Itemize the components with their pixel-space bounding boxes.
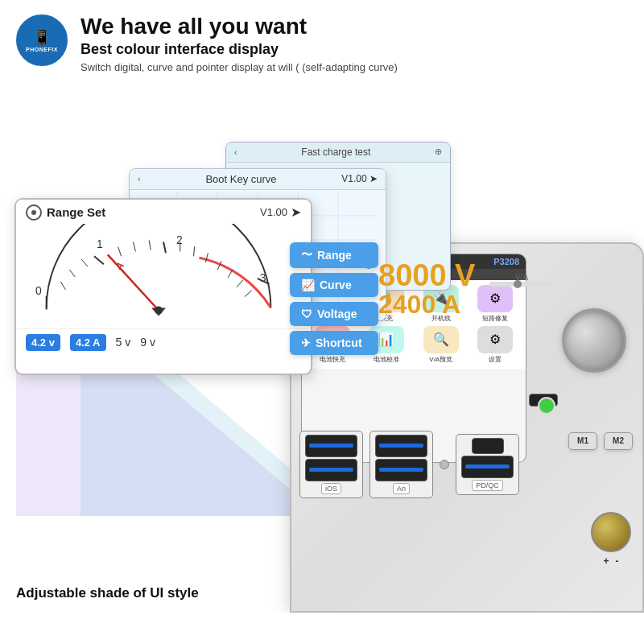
app-va: 🔍 V/A预览 [415,326,467,364]
description: Switch digital, curve and pointer displa… [80,61,628,73]
slider-area: V/A [489,273,554,287]
pdqc-port-box: PD/QC [456,434,519,495]
svg-text:1: 1 [97,237,103,250]
v2-value: 5 v [116,336,131,349]
app-batchcharge-label: 电池快充 [320,355,345,364]
an-port-box: An [369,431,433,498]
meter-bottom-values: 4.2 v 4.2 A 5 v 9 v [16,328,311,356]
slider-label: V/A [489,273,554,282]
device-model: P3208 [493,257,519,266]
usb-port-an-bot [375,459,427,481]
curve-share-icon: ➤ [369,173,378,184]
range-button[interactable]: 〜 Range [290,242,378,268]
curve-label: Curve [320,279,352,291]
current-badge: 4.2 A [70,334,106,351]
usb-port-ios-bot [305,459,357,481]
m1-button[interactable]: M1 [568,432,597,450]
minus-label: - [616,555,619,567]
voltage-label: Voltage [317,308,357,320]
gauge-svg: 0 1 2 3 [24,224,303,328]
ios-port-box: iOS [299,431,363,498]
curve-screen-version: V1.00 ➤ [341,173,378,184]
bottom-label: Adjustable shade of UI style [16,585,199,601]
curve-icon: 📈 [301,279,315,291]
an-label: An [393,483,410,494]
slider-track[interactable] [489,282,554,287]
shortcut-button[interactable]: ✈ Shortcut [290,331,378,355]
shortcut-icon: ✈ [301,336,311,349]
port-row-top: iOS An PD/QC [299,431,525,498]
curve-screen-header: ‹ Boot Key curve V1.00 ➤ [130,169,386,190]
usb-port-an-top [375,435,427,457]
small-dot-indicator [440,460,449,469]
app-short-label: 短路修复 [482,314,508,323]
terminal-area: + - [591,512,631,567]
curve-back-icon: ‹ [138,174,141,184]
app-va-icon: 🔍 [423,326,459,353]
buttons-panel: 〜 Range 📈 Curve 🛡 Voltage ✈ Shortcut [290,242,378,355]
terminal-plus [591,512,631,552]
header: 📱 PHONEFIX We have all you want Best col… [0,0,644,81]
app-settings-icon: ⚙ [477,326,513,353]
app-settings-label: 设置 [489,355,502,364]
target-icon [26,204,42,221]
meter-screen: Range Set V1.00 ➤ 0 1 2 3 [14,198,312,375]
fastcharge-header: ‹ Fast charge test ⊕ [226,142,450,163]
app-settings: ⚙ 设置 [470,326,522,364]
curve-screen-title: Boot Key curve [205,173,276,185]
shortcut-label: Shortcut [316,336,362,349]
voltage-badge: 4.2 v [26,334,60,351]
m-buttons: M1 M2 [568,432,633,450]
voltage-icon: 🛡 [301,308,312,320]
meter-title: Range Set [47,205,105,219]
v3-value: 9 v [140,336,155,349]
ports-area: iOS An PD/QC [299,431,525,498]
green-indicator [538,397,555,415]
meter-header: Range Set V1.00 ➤ [16,200,311,224]
sub-title: Best colour interface display [80,41,628,58]
svg-text:0: 0 [35,284,42,297]
header-text: We have all you want Best colour interfa… [80,14,628,73]
back-icon: ‹ [234,147,237,157]
usb-port-pdqc [461,456,514,478]
fastcharge-title: Fast charge test [301,147,370,158]
pdqc-label: PD/QC [472,480,503,491]
terminal-labels: + - [603,555,618,567]
phone-icon: 📱 [33,28,51,46]
range-icon: 〜 [301,248,312,262]
range-label: Range [317,249,352,262]
device-knob[interactable] [562,308,626,373]
usb-c-port [472,438,504,454]
big-values-display: 8000 V 2400 A [378,258,475,320]
app-short-icon: ⚙ [477,285,513,312]
slider-thumb [514,280,522,288]
meter-version: V1.00 ➤ [260,204,301,220]
ios-label: iOS [321,483,341,494]
m2-button[interactable]: M2 [604,432,633,450]
brand-name: PHONEFIX [26,47,58,52]
app-batcalib-label: 电池校准 [374,355,399,364]
meter-header-left: Range Set [26,204,105,221]
svg-point-35 [155,306,163,314]
big-current: 2400 A [378,290,475,320]
fastcharge-settings-icon: ⊕ [435,147,442,157]
curve-button[interactable]: 📈 Curve [290,273,378,297]
plus-label: + [603,555,609,567]
share-arrow-icon: ➤ [291,204,301,220]
usb-port-ios-top [305,435,357,457]
app-va-label: V/A预览 [429,355,452,364]
brand-logo: 📱 PHONEFIX [16,14,68,66]
app-short: ⚙ 短路修复 [470,285,522,323]
main-title: We have all you want [80,14,628,39]
main-content: ‹ Fast charge test ⊕ ⏻ ‹ Boot Key curve … [0,81,644,613]
svg-text:2: 2 [176,233,183,246]
big-voltage: 8000 V [378,258,475,293]
voltage-button[interactable]: 🛡 Voltage [290,302,378,326]
gauge-area: 0 1 2 3 [16,224,311,328]
